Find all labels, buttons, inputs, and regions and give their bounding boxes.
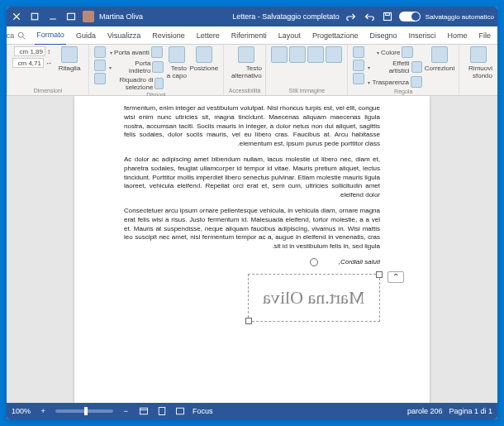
tab-lettere[interactable]: Lettere — [195, 26, 221, 45]
signature-image-selected[interactable]: ⌃ Mart.na Oliva — [248, 274, 380, 322]
style-preset-3[interactable] — [289, 46, 306, 63]
rimuovi-sfondo-button[interactable]: Rimuovi sfondo — [464, 46, 492, 79]
group-icon[interactable] — [94, 60, 106, 71]
tab-formato[interactable]: Formato — [35, 26, 66, 45]
svg-rect-9 — [177, 408, 184, 414]
wrap-text-icon — [169, 46, 185, 63]
tab-visualizza[interactable]: Visualizza — [106, 26, 142, 45]
porta-indietro-button[interactable]: Porta indietro▾ — [109, 60, 164, 74]
tab-riferimenti[interactable]: Riferimenti — [230, 26, 269, 45]
maximize-icon[interactable] — [28, 10, 41, 23]
ritaglia-button[interactable]: Ritaglia — [55, 46, 83, 72]
web-layout-icon[interactable] — [138, 405, 150, 417]
posizione-button[interactable]: Posizione — [190, 46, 218, 72]
style-preset-1[interactable] — [326, 46, 342, 63]
tab-guida[interactable]: Guida — [74, 26, 97, 45]
color-icon — [402, 46, 413, 58]
autosave-label: Salvataggio automatico — [426, 13, 494, 21]
trasparenza-button[interactable]: Trasparenza▾ — [368, 76, 422, 88]
tab-home[interactable]: Home — [445, 26, 468, 45]
group-accessibilita: Testo alternativo Accessibilità — [223, 45, 266, 95]
zoom-out-button[interactable]: − — [120, 405, 131, 417]
compress-icon[interactable] — [353, 46, 364, 58]
paragraph-1[interactable]: fermentum, enim integer ad vestibulum vo… — [124, 104, 380, 149]
style-preset-4[interactable] — [271, 46, 288, 63]
tab-file[interactable]: File — [477, 26, 492, 45]
undo-icon[interactable] — [363, 10, 376, 23]
redo-icon[interactable] — [345, 10, 358, 23]
riquadro-selezione-button[interactable]: Riquadro di selezione — [109, 76, 164, 91]
page-info[interactable]: Pagina 1 di 1 — [449, 407, 492, 415]
porta-avanti-button[interactable]: Porta avanti▾ — [110, 46, 163, 58]
zoom-in-button[interactable]: + — [37, 405, 49, 417]
tab-revisione[interactable]: Revisione — [150, 26, 187, 45]
tab-layout[interactable]: Layout — [277, 26, 302, 45]
search-icon — [17, 31, 26, 41]
paragraph-3[interactable]: Consectetuer arcu ipsum ornare pellentes… — [124, 207, 380, 251]
correzioni-button[interactable]: Correzioni — [426, 46, 454, 72]
tab-inserisci[interactable]: Inserisci — [407, 26, 437, 45]
status-bar: Pagina 1 di 1 206 parole Focus − + 100% — [7, 403, 497, 419]
effects-icon — [411, 61, 422, 73]
ribbon-options-icon[interactable] — [64, 10, 78, 23]
position-icon — [196, 46, 212, 63]
ritaglia-label: Ritaglia — [59, 65, 81, 72]
search-placeholder: Cerca — [7, 31, 14, 40]
svg-rect-1 — [386, 13, 390, 16]
change-picture-icon[interactable] — [353, 60, 364, 71]
group-rimuovi-sfondo: Rimuovi sfondo — [459, 45, 497, 95]
width-input[interactable]: 4,71 cm — [12, 58, 44, 68]
zoom-level[interactable]: 100% — [12, 407, 31, 415]
title-bar: Salvataggio automatico Lettera - Salvata… — [7, 7, 497, 26]
style-preset-2[interactable] — [307, 46, 324, 63]
group-regola: Correzioni Colore▾ Effetti artistici▾ Tr… — [347, 45, 459, 95]
posizione-label: Posizione — [190, 65, 219, 72]
correzioni-label: Correzioni — [425, 65, 454, 72]
rotate-icon[interactable] — [94, 73, 106, 84]
testo-acapo-button[interactable]: Testo a capo — [167, 46, 187, 79]
print-layout-icon[interactable] — [156, 405, 168, 417]
autosave-toggle[interactable] — [399, 12, 421, 22]
crop-icon — [61, 46, 78, 63]
height-input[interactable]: 1,89 cm — [14, 46, 45, 56]
page[interactable]: fermentum, enim integer ad vestibulum vo… — [74, 96, 430, 403]
group-dimensioni: Ritaglia ↕1,89 cm ↔4,71 cm Dimensioni — [7, 45, 88, 95]
app-window: Salvataggio automatico Lettera - Salvata… — [7, 7, 497, 419]
corrections-icon — [431, 46, 448, 63]
closing-text[interactable]: Cordiali saluti, — [124, 258, 380, 267]
testo-alt-button[interactable]: Testo alternativo — [232, 46, 260, 79]
user-name[interactable]: Martina Oliva — [99, 12, 143, 21]
svg-rect-0 — [383, 13, 391, 21]
group-dim-label: Dimensioni — [12, 88, 83, 93]
reset-picture-icon[interactable] — [353, 73, 364, 84]
word-count[interactable]: 206 parole — [407, 407, 443, 415]
rotate-handle[interactable] — [310, 258, 318, 266]
tab-disegno[interactable]: Disegno — [368, 26, 398, 45]
align-icon[interactable] — [94, 46, 106, 58]
zoom-slider[interactable] — [55, 409, 113, 413]
colore-button[interactable]: Colore▾ — [377, 46, 414, 58]
layout-options-button[interactable]: ⌃ — [388, 271, 404, 283]
group-disponi: Posizione Testo a capo Porta avanti▾ Por… — [88, 45, 223, 95]
document-area[interactable]: fermentum, enim integer ad vestibulum vo… — [7, 96, 497, 403]
group-regola-label: Regola — [353, 89, 454, 94]
save-icon[interactable] — [381, 10, 394, 23]
tab-progettazione[interactable]: Progettazione — [311, 26, 360, 45]
focus-mode[interactable]: Focus — [193, 407, 213, 415]
read-mode-icon[interactable] — [174, 405, 186, 417]
group-stili-label: Stili immagine — [271, 88, 342, 93]
bring-forward-icon — [151, 46, 163, 58]
paragraph-2[interactable]: Ac dolor ac adipiscing amet bibendum nul… — [124, 156, 380, 200]
search-box[interactable]: Cerca — [7, 31, 26, 41]
svg-rect-11 — [140, 408, 148, 414]
effetti-artistici-button[interactable]: Effetti artistici▾ — [368, 60, 422, 74]
avatar[interactable] — [83, 11, 94, 22]
document-title: Lettera - Salvataggio completato — [232, 12, 340, 21]
minimize-icon[interactable] — [46, 10, 59, 23]
svg-line-8 — [23, 36, 26, 39]
group-access-label: Accessibilità — [229, 88, 261, 93]
signature-content: Mart.na Oliva — [263, 287, 364, 309]
remove-bg-icon — [470, 46, 487, 63]
svg-rect-4 — [31, 13, 38, 20]
close-icon[interactable] — [10, 10, 23, 23]
